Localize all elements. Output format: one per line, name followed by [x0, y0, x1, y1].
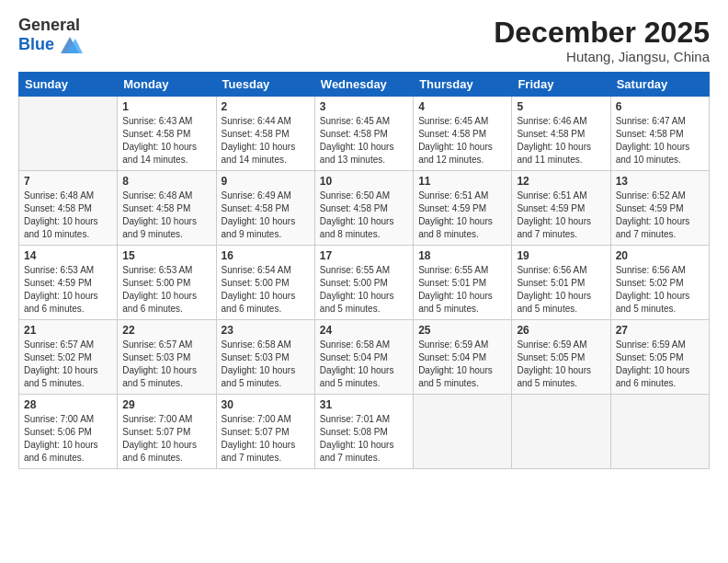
table-row: 23Sunrise: 6:58 AM Sunset: 5:03 PM Dayli… — [216, 320, 314, 395]
table-row — [19, 97, 118, 171]
title-block: December 2025 Hutang, Jiangsu, China — [494, 17, 710, 64]
day-number: 8 — [122, 175, 210, 188]
table-row: 6Sunrise: 6:47 AM Sunset: 4:58 PM Daylig… — [610, 97, 709, 171]
table-row: 11Sunrise: 6:51 AM Sunset: 4:59 PM Dayli… — [414, 171, 512, 246]
table-row: 20Sunrise: 6:56 AM Sunset: 5:02 PM Dayli… — [610, 246, 709, 320]
day-number: 27 — [616, 324, 704, 337]
logo-blue: Blue — [18, 36, 54, 54]
day-number: 31 — [320, 398, 408, 411]
month-title: December 2025 — [494, 17, 710, 49]
day-info: Sunrise: 6:52 AM Sunset: 4:59 PM Dayligh… — [616, 190, 704, 241]
day-info: Sunrise: 6:57 AM Sunset: 5:02 PM Dayligh… — [24, 339, 112, 390]
day-info: Sunrise: 6:57 AM Sunset: 5:03 PM Dayligh… — [122, 339, 210, 390]
day-number: 2 — [222, 100, 310, 113]
table-row: 7Sunrise: 6:48 AM Sunset: 4:58 PM Daylig… — [19, 171, 118, 246]
location: Hutang, Jiangsu, China — [494, 49, 710, 64]
calendar-week-row: 7Sunrise: 6:48 AM Sunset: 4:58 PM Daylig… — [19, 171, 710, 246]
table-row: 19Sunrise: 6:56 AM Sunset: 5:01 PM Dayli… — [512, 246, 610, 320]
day-number: 23 — [222, 324, 310, 337]
day-number: 28 — [24, 398, 112, 411]
day-number: 30 — [222, 398, 310, 411]
day-info: Sunrise: 6:43 AM Sunset: 4:58 PM Dayligh… — [122, 115, 210, 167]
day-number: 17 — [320, 249, 408, 262]
day-info: Sunrise: 6:59 AM Sunset: 5:05 PM Dayligh… — [616, 339, 704, 390]
day-number: 3 — [320, 100, 408, 113]
col-friday: Friday — [512, 73, 610, 97]
day-info: Sunrise: 6:46 AM Sunset: 4:58 PM Dayligh… — [517, 115, 605, 167]
day-info: Sunrise: 6:47 AM Sunset: 4:58 PM Dayligh… — [616, 115, 704, 167]
table-row: 30Sunrise: 7:00 AM Sunset: 5:07 PM Dayli… — [216, 395, 314, 469]
table-row: 26Sunrise: 6:59 AM Sunset: 5:05 PM Dayli… — [512, 320, 610, 395]
day-info: Sunrise: 6:55 AM Sunset: 5:01 PM Dayligh… — [418, 264, 506, 316]
table-row — [610, 395, 709, 469]
table-row — [512, 395, 610, 469]
table-row: 3Sunrise: 6:45 AM Sunset: 4:58 PM Daylig… — [314, 97, 413, 171]
day-info: Sunrise: 6:48 AM Sunset: 4:58 PM Dayligh… — [24, 190, 112, 241]
table-row: 25Sunrise: 6:59 AM Sunset: 5:04 PM Dayli… — [414, 320, 512, 395]
day-info: Sunrise: 6:48 AM Sunset: 4:58 PM Dayligh… — [122, 190, 210, 241]
day-number: 9 — [222, 175, 310, 188]
day-info: Sunrise: 6:45 AM Sunset: 4:58 PM Dayligh… — [418, 115, 506, 167]
day-number: 26 — [517, 324, 605, 337]
day-number: 20 — [616, 249, 704, 262]
col-tuesday: Tuesday — [216, 73, 314, 97]
day-info: Sunrise: 6:56 AM Sunset: 5:01 PM Dayligh… — [517, 264, 605, 316]
day-number: 21 — [24, 324, 112, 337]
table-row: 28Sunrise: 7:00 AM Sunset: 5:06 PM Dayli… — [19, 395, 118, 469]
day-number: 18 — [418, 249, 506, 262]
day-number: 22 — [122, 324, 210, 337]
day-info: Sunrise: 6:49 AM Sunset: 4:58 PM Dayligh… — [222, 190, 310, 241]
day-info: Sunrise: 7:00 AM Sunset: 5:07 PM Dayligh… — [122, 413, 210, 465]
day-number: 14 — [24, 249, 112, 262]
day-info: Sunrise: 6:58 AM Sunset: 5:04 PM Dayligh… — [320, 339, 408, 390]
day-info: Sunrise: 6:59 AM Sunset: 5:04 PM Dayligh… — [418, 339, 506, 390]
table-row: 27Sunrise: 6:59 AM Sunset: 5:05 PM Dayli… — [610, 320, 709, 395]
day-info: Sunrise: 6:51 AM Sunset: 4:59 PM Dayligh… — [517, 190, 605, 241]
calendar-week-row: 21Sunrise: 6:57 AM Sunset: 5:02 PM Dayli… — [19, 320, 710, 395]
day-info: Sunrise: 6:53 AM Sunset: 4:59 PM Dayligh… — [24, 264, 112, 316]
day-number: 13 — [616, 175, 704, 188]
table-row: 4Sunrise: 6:45 AM Sunset: 4:58 PM Daylig… — [414, 97, 512, 171]
table-row: 5Sunrise: 6:46 AM Sunset: 4:58 PM Daylig… — [512, 97, 610, 171]
table-row: 10Sunrise: 6:50 AM Sunset: 4:58 PM Dayli… — [314, 171, 413, 246]
day-number: 16 — [222, 249, 310, 262]
day-number: 25 — [418, 324, 506, 337]
day-number: 11 — [418, 175, 506, 188]
table-row: 17Sunrise: 6:55 AM Sunset: 5:00 PM Dayli… — [314, 246, 413, 320]
table-row: 1Sunrise: 6:43 AM Sunset: 4:58 PM Daylig… — [118, 97, 216, 171]
table-row: 9Sunrise: 6:49 AM Sunset: 4:58 PM Daylig… — [216, 171, 314, 246]
day-number: 29 — [122, 398, 210, 411]
day-info: Sunrise: 6:45 AM Sunset: 4:58 PM Dayligh… — [320, 115, 408, 167]
day-number: 12 — [517, 175, 605, 188]
day-info: Sunrise: 6:56 AM Sunset: 5:02 PM Dayligh… — [616, 264, 704, 316]
table-row: 31Sunrise: 7:01 AM Sunset: 5:08 PM Dayli… — [314, 395, 413, 469]
page-container: General Blue December 2025 Hutang, Jiang… — [0, 0, 728, 478]
col-sunday: Sunday — [19, 73, 118, 97]
day-number: 10 — [320, 175, 408, 188]
table-row: 24Sunrise: 6:58 AM Sunset: 5:04 PM Dayli… — [314, 320, 413, 395]
col-thursday: Thursday — [414, 73, 512, 97]
day-number: 7 — [24, 175, 112, 188]
day-info: Sunrise: 6:44 AM Sunset: 4:58 PM Dayligh… — [222, 115, 310, 167]
day-info: Sunrise: 7:00 AM Sunset: 5:07 PM Dayligh… — [222, 413, 310, 465]
day-info: Sunrise: 7:00 AM Sunset: 5:06 PM Dayligh… — [24, 413, 112, 465]
calendar-week-row: 14Sunrise: 6:53 AM Sunset: 4:59 PM Dayli… — [19, 246, 710, 320]
day-info: Sunrise: 6:58 AM Sunset: 5:03 PM Dayligh… — [222, 339, 310, 390]
logo-icon — [57, 35, 83, 55]
table-row: 14Sunrise: 6:53 AM Sunset: 4:59 PM Dayli… — [19, 246, 118, 320]
day-info: Sunrise: 6:55 AM Sunset: 5:00 PM Dayligh… — [320, 264, 408, 316]
calendar-header-row: Sunday Monday Tuesday Wednesday Thursday… — [19, 73, 710, 97]
day-number: 4 — [418, 100, 506, 113]
table-row: 16Sunrise: 6:54 AM Sunset: 5:00 PM Dayli… — [216, 246, 314, 320]
table-row: 21Sunrise: 6:57 AM Sunset: 5:02 PM Dayli… — [19, 320, 118, 395]
header: General Blue December 2025 Hutang, Jiang… — [18, 17, 710, 64]
day-number: 1 — [122, 100, 210, 113]
day-info: Sunrise: 6:59 AM Sunset: 5:05 PM Dayligh… — [517, 339, 605, 390]
day-info: Sunrise: 7:01 AM Sunset: 5:08 PM Dayligh… — [320, 413, 408, 465]
day-number: 24 — [320, 324, 408, 337]
table-row: 22Sunrise: 6:57 AM Sunset: 5:03 PM Dayli… — [118, 320, 216, 395]
day-info: Sunrise: 6:54 AM Sunset: 5:00 PM Dayligh… — [222, 264, 310, 316]
table-row: 29Sunrise: 7:00 AM Sunset: 5:07 PM Dayli… — [118, 395, 216, 469]
day-number: 6 — [616, 100, 704, 113]
day-info: Sunrise: 6:50 AM Sunset: 4:58 PM Dayligh… — [320, 190, 408, 241]
